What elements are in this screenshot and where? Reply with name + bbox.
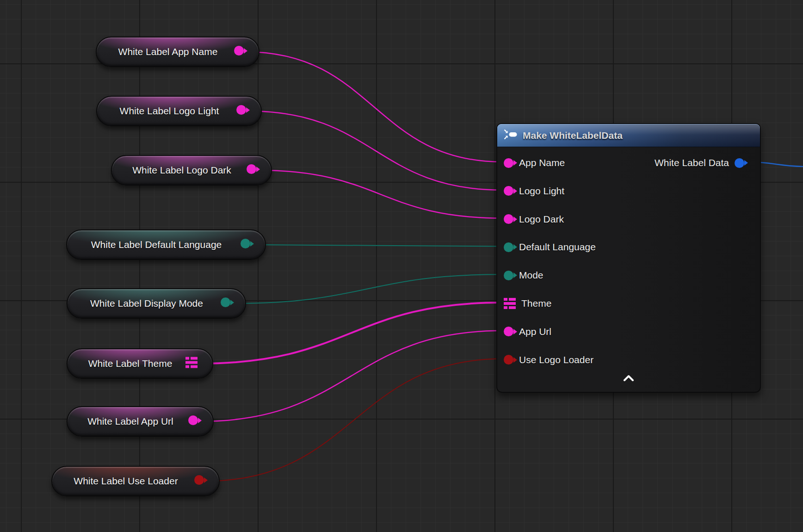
- getter-output-pin-holder: [185, 357, 198, 371]
- input-pin-label: Default Language: [519, 241, 596, 253]
- input-pin-white-label-use-loader[interactable]: [194, 475, 204, 485]
- make-input-row-mode: Mode: [504, 267, 754, 283]
- input-pin-label: Use Logo Loader: [519, 354, 593, 365]
- input-pin-use-logo-loader[interactable]: [504, 355, 513, 365]
- make-node-title: Make WhiteLabelData: [523, 130, 623, 141]
- getter-node-white-label-default-language[interactable]: White Label Default Language: [66, 229, 266, 260]
- make-struct-icon: [504, 129, 518, 142]
- make-output-row: White Label Data: [504, 155, 754, 171]
- input-pin-app-url[interactable]: [504, 327, 513, 336]
- getter-node-label: White Label App Name: [118, 46, 218, 57]
- input-pin-label: Theme: [521, 298, 551, 309]
- getter-node-label: White Label Logo Dark: [132, 165, 231, 176]
- getter-node-label: White Label Theme: [88, 358, 173, 369]
- getter-node-label: White Label Logo Light: [120, 105, 219, 117]
- getter-node-white-label-display-mode[interactable]: White Label Display Mode: [67, 288, 246, 319]
- getter-node-white-label-logo-dark[interactable]: White Label Logo Dark: [111, 155, 272, 186]
- make-input-row-theme: Theme: [504, 296, 754, 311]
- getter-node-white-label-logo-light[interactable]: White Label Logo Light: [96, 96, 262, 126]
- getter-node-white-label-use-loader[interactable]: White Label Use Loader: [51, 466, 220, 496]
- getter-node-label: White Label App Url: [87, 416, 173, 427]
- getter-node-label: White Label Default Language: [91, 239, 222, 250]
- input-pin-logo-light[interactable]: [504, 186, 513, 196]
- getter-node-label: White Label Use Loader: [74, 476, 178, 487]
- make-node-header[interactable]: Make WhiteLabelData: [497, 124, 760, 147]
- getter-output-pin-holder: [234, 46, 244, 58]
- getter-node-label: White Label Display Mode: [90, 298, 203, 309]
- input-pin-white-label-default-language[interactable]: [241, 239, 250, 248]
- make-input-row-default-language: Default Language: [504, 239, 754, 255]
- output-pin-white-label-data[interactable]: [735, 158, 744, 168]
- struct-pin-icon-white-label-theme[interactable]: [185, 357, 198, 369]
- getter-node-white-label-theme[interactable]: White Label Theme: [67, 348, 213, 379]
- struct-pin-icon-theme[interactable]: [504, 297, 516, 309]
- getter-output-pin-holder: [236, 105, 246, 117]
- output-pin-label: White Label Data: [655, 157, 729, 168]
- input-pin-label: Logo Light: [519, 186, 564, 197]
- collapse-chevron-icon[interactable]: [616, 371, 642, 385]
- make-input-row-logo-light: Logo Light: [504, 183, 754, 199]
- getter-output-pin-holder: [188, 415, 198, 427]
- make-input-row-logo-dark: Logo Dark: [504, 211, 754, 227]
- input-pin-label: App Url: [519, 326, 551, 337]
- input-pin-default-language[interactable]: [504, 242, 513, 252]
- input-pin-white-label-logo-dark[interactable]: [247, 164, 256, 174]
- getter-output-pin-holder: [194, 475, 204, 487]
- input-pin-mode[interactable]: [504, 271, 513, 280]
- getter-output-pin-holder: [247, 164, 256, 176]
- blueprint-graph-canvas[interactable]: White Label App NameWhite Label Logo Lig…: [0, 0, 803, 532]
- make-input-row-app-url: App Url: [504, 324, 754, 340]
- input-pin-white-label-logo-light[interactable]: [236, 105, 246, 115]
- make-input-row-use-logo-loader: Use Logo Loader: [504, 352, 754, 368]
- input-pin-white-label-app-name[interactable]: [234, 46, 244, 56]
- input-pin-white-label-display-mode[interactable]: [221, 297, 230, 307]
- input-pin-label: Mode: [519, 270, 544, 281]
- nodes-layer: White Label App NameWhite Label Logo Lig…: [0, 0, 803, 532]
- make-whitelabeldata-node[interactable]: Make WhiteLabelData App NameLogo LightLo…: [496, 123, 761, 393]
- input-pin-label: Logo Dark: [519, 214, 564, 225]
- getter-node-white-label-app-url[interactable]: White Label App Url: [67, 406, 214, 437]
- getter-output-pin-holder: [241, 239, 250, 251]
- getter-node-white-label-app-name[interactable]: White Label App Name: [96, 37, 259, 67]
- input-pin-white-label-app-url[interactable]: [188, 415, 198, 425]
- getter-output-pin-holder: [221, 297, 230, 309]
- input-pin-logo-dark[interactable]: [504, 214, 513, 224]
